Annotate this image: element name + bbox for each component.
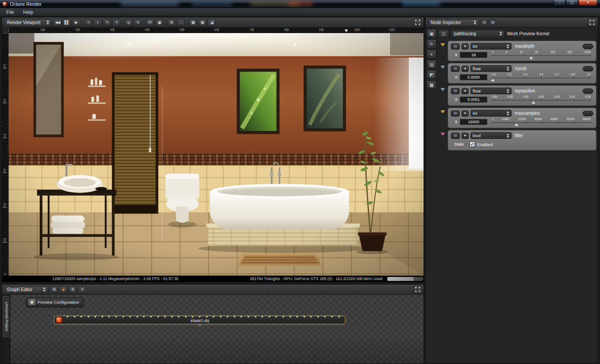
layout-vertical-icon[interactable]: ⊞	[489, 19, 496, 26]
node-pin-icon[interactable]	[122, 316, 125, 318]
restart-render-icon[interactable]: ◀◀	[53, 19, 62, 26]
node-output-pin[interactable]	[198, 324, 201, 326]
alpha-checker-icon[interactable]: ▩	[198, 19, 206, 26]
param-type-dropdown[interactable]: float	[470, 88, 512, 94]
delete-node-icon[interactable]: ✕	[78, 286, 86, 293]
node-pin-icon[interactable]	[296, 316, 298, 318]
node-pin-icon[interactable]	[317, 316, 319, 318]
collapse-arrow-icon[interactable]	[441, 88, 445, 91]
node-pin-icon[interactable]	[94, 316, 97, 318]
param-expand-button[interactable]	[462, 110, 469, 117]
expand-inspector-button[interactable]	[588, 19, 596, 26]
preview-configuration-button[interactable]: ▣ Preview Configuration	[26, 297, 84, 307]
render-target-icon[interactable]: ▣	[427, 29, 436, 38]
new-node-icon[interactable]: ⊞	[50, 286, 58, 293]
checker-icon[interactable]: ▩	[427, 80, 436, 89]
minimize-button[interactable]: –	[554, 0, 566, 6]
node-pin-icon[interactable]	[171, 316, 173, 318]
param-value-input[interactable]: 16	[460, 52, 487, 58]
save-image-icon[interactable]: ↓	[176, 19, 185, 26]
layout-horizontal-icon[interactable]: ⊟	[480, 19, 488, 26]
node-link-button[interactable]	[583, 88, 593, 94]
close-button[interactable]: ✕	[579, 0, 597, 6]
slider-handle-icon[interactable]	[529, 56, 533, 59]
node-pin-icon[interactable]	[206, 316, 208, 318]
node-pin-icon[interactable]	[136, 316, 138, 318]
list-icon[interactable]: ≡	[427, 50, 436, 59]
play-render-icon[interactable]: ▶	[72, 19, 80, 26]
settings-icon[interactable]: ⚙	[68, 286, 77, 293]
node-pin-icon[interactable]	[226, 316, 229, 318]
param-value-input[interactable]: 0.0000	[460, 74, 487, 80]
node-pin-icon[interactable]	[101, 316, 104, 318]
param-type-dropdown[interactable]: int	[470, 43, 512, 50]
pick-white-balance-icon[interactable]: ◐	[93, 19, 102, 26]
enabled-checkbox[interactable]: ✔	[470, 142, 475, 147]
titlebar[interactable]: Octane Render – ▢ ✕	[0, 0, 600, 8]
node-pin-icon[interactable]	[150, 316, 152, 318]
param-slider[interactable]: 0.00.20.30.50.70.81.0	[492, 73, 591, 82]
node-pin-icon[interactable]	[143, 316, 145, 318]
mesh-node-inbaie3[interactable]: inbaie3.obj	[54, 316, 345, 324]
node-pin-icon[interactable]	[115, 316, 117, 318]
node-pin-icon[interactable]	[338, 316, 340, 318]
node-link-button[interactable]	[583, 111, 593, 116]
node-pin-icon[interactable]	[254, 316, 257, 318]
pause-render-icon[interactable]: ▌▌	[63, 19, 71, 26]
daylight-icon[interactable]: ☀	[112, 19, 121, 26]
tab-unnamed-project[interactable]: Unnamed Project	[3, 296, 10, 337]
param-slider[interactable]: 1106672133432000426675333364000	[492, 117, 591, 126]
horizontal-ruler[interactable]: 10020030040050060070080090010001100	[8, 28, 424, 33]
expand-viewport-button[interactable]	[414, 19, 421, 26]
param-slider[interactable]: 0.000.000.000.000.000.010.05	[492, 95, 591, 104]
node-pin-icon[interactable]	[129, 316, 131, 318]
param-expand-button[interactable]	[462, 66, 469, 72]
node-pin-icon[interactable]	[310, 316, 312, 318]
node-pin-icon[interactable]	[80, 316, 83, 318]
menu-help[interactable]: Help	[19, 9, 38, 15]
node-pin-icon[interactable]	[331, 316, 333, 318]
autofocus-icon[interactable]: AF	[146, 19, 154, 26]
node-pin-icon[interactable]	[303, 316, 306, 318]
refresh-icon[interactable]: ↻	[427, 39, 436, 48]
param-type-dropdown[interactable]: float	[470, 65, 512, 72]
node-pin-icon[interactable]	[275, 316, 277, 318]
viewport-selector-dropdown[interactable]: Render Viewport	[4, 19, 52, 26]
region-render-icon[interactable]: ▦	[189, 19, 197, 26]
node-pin-icon[interactable]	[261, 316, 264, 318]
node-pin-type-icon[interactable]: ⊟	[451, 43, 460, 50]
node-pin-icon[interactable]	[268, 316, 271, 318]
rotate-view-icon[interactable]: ↻	[134, 19, 142, 26]
graph-editor-selector-dropdown[interactable]: Graph Editor	[4, 286, 48, 293]
node-link-button[interactable]	[583, 66, 593, 71]
param-type-dropdown[interactable]: int	[470, 110, 512, 117]
node-pin-icon[interactable]	[185, 316, 187, 318]
pick-material-icon[interactable]: ✎	[103, 19, 111, 26]
maximize-button[interactable]: ▢	[566, 0, 578, 6]
node-pin-icon[interactable]	[73, 316, 76, 318]
expand-graph-button[interactable]	[414, 286, 421, 293]
param-value-input[interactable]: 16000	[460, 119, 487, 125]
node-pin-icon[interactable]	[177, 316, 180, 318]
slider-handle-icon[interactable]	[491, 79, 495, 81]
collapse-arrow-icon[interactable]	[441, 43, 445, 46]
image-icon[interactable]: ◩	[427, 70, 436, 79]
collapse-arrow-icon[interactable]	[441, 110, 445, 113]
node-pin-icon[interactable]	[282, 316, 285, 318]
node-pin-icon[interactable]	[66, 316, 69, 318]
kernel-type-dropdown[interactable]: pathtracing	[451, 30, 505, 38]
node-pin-type-icon[interactable]: ⊟	[451, 66, 460, 72]
param-expand-button[interactable]	[462, 88, 469, 94]
inspector-selector-dropdown[interactable]: Node Inspector	[428, 19, 479, 26]
graph-canvas[interactable]: ▣ Preview Configuration inbaie3.obj	[10, 295, 424, 364]
background-image-icon[interactable]: ◪	[207, 19, 216, 26]
param-type-dropdown[interactable]: bool	[470, 132, 512, 139]
node-link-button[interactable]	[583, 44, 593, 49]
node-pin-icon[interactable]	[191, 316, 194, 318]
slider-handle-icon[interactable]	[532, 101, 535, 104]
node-pin-icon[interactable]	[157, 316, 159, 318]
node-pin-icon[interactable]	[164, 316, 166, 318]
node-pin-icon[interactable]	[323, 316, 326, 318]
param-expand-button[interactable]	[462, 43, 469, 50]
collapse-arrow-icon[interactable]	[441, 133, 445, 136]
